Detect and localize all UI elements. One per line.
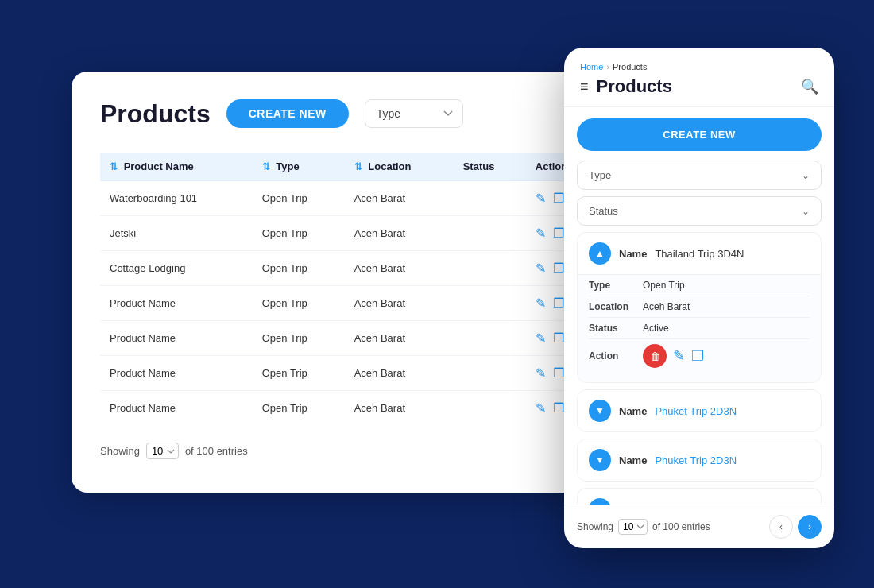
- product-expanded-details: Type Open Trip Location Aceh Barat Statu…: [578, 274, 821, 382]
- breadcrumb-separator: ›: [606, 62, 609, 72]
- of-label: of 100 entries: [185, 445, 248, 457]
- type-label: Type: [589, 280, 643, 291]
- table-edit-button[interactable]: ✎: [536, 296, 546, 311]
- cell-type: Open Trip: [253, 216, 345, 251]
- table-copy-button[interactable]: ❐: [553, 400, 564, 416]
- expand-toggle-down[interactable]: ▼: [589, 449, 611, 471]
- edit-button[interactable]: ✎: [673, 347, 685, 365]
- cell-status: [454, 216, 526, 251]
- delete-button[interactable]: 🗑: [643, 344, 667, 368]
- showing-label: Showing: [100, 445, 140, 457]
- collapsed-name-value: Phuket Trip 2D3N: [655, 405, 737, 417]
- cell-location: Aceh Barat: [345, 251, 454, 286]
- action-buttons: 🗑 ✎ ❐: [643, 344, 704, 368]
- table-copy-button[interactable]: ❐: [553, 226, 564, 241]
- front-pagination: Showing 10 25 50 of 100 entries ‹ ›: [564, 505, 834, 548]
- collapsed-row-header[interactable]: ▼ Name Phuket Trip 2D3N: [578, 390, 821, 431]
- type-filter-label: Type: [589, 169, 611, 181]
- detail-location-row: Location Aceh Barat: [589, 296, 810, 318]
- front-entries-select[interactable]: 10 25 50: [618, 519, 648, 535]
- back-card-header: Products CREATE NEW Type Open Trip Close…: [100, 97, 599, 130]
- table-edit-button[interactable]: ✎: [536, 366, 546, 381]
- cell-location: Aceh Barat: [345, 321, 454, 356]
- expand-toggle-down[interactable]: ▼: [589, 498, 611, 505]
- cell-location: Aceh Barat: [345, 391, 454, 426]
- table-copy-button[interactable]: ❐: [553, 296, 564, 311]
- detail-status-row: Status Active: [589, 318, 810, 339]
- table-edit-button[interactable]: ✎: [536, 261, 546, 276]
- table-edit-button[interactable]: ✎: [536, 226, 546, 241]
- expand-toggle-up[interactable]: ▲: [589, 242, 611, 265]
- cell-type: Open Trip: [253, 251, 345, 286]
- sort-icon-name: ⇅: [110, 161, 118, 172]
- collapsed-name-value: Phuket Trip 2D3N: [655, 455, 737, 466]
- table-copy-button[interactable]: ❐: [553, 366, 564, 381]
- col-type: ⇅ Type: [253, 153, 345, 181]
- cell-product-name: Product Name: [100, 286, 253, 321]
- cell-type: Open Trip: [253, 181, 345, 216]
- next-page-button[interactable]: ›: [798, 515, 822, 539]
- location-value: Aceh Barat: [643, 301, 690, 312]
- back-card: Products CREATE NEW Type Open Trip Close…: [72, 72, 628, 493]
- entries-select[interactable]: 10 25 50: [146, 443, 179, 459]
- front-search-icon[interactable]: 🔍: [801, 78, 818, 95]
- collapsed-name-label: Name: [619, 455, 647, 466]
- table-row: Jetski Open Trip Aceh Barat ✎ ❐: [100, 216, 599, 251]
- front-create-button[interactable]: CREATE NEW: [577, 118, 822, 151]
- back-create-button[interactable]: CREATE NEW: [226, 99, 349, 128]
- products-table: ⇅ Product Name ⇅ Type ⇅ Location Status …: [100, 153, 599, 425]
- cell-status: [454, 356, 526, 391]
- table-edit-button[interactable]: ✎: [536, 191, 546, 206]
- type-filter-select[interactable]: Type Open Trip Closed Trip: [365, 99, 463, 128]
- cell-status: [454, 286, 526, 321]
- collapsed-name-label: Name: [619, 405, 647, 417]
- status-filter-label: Status: [589, 205, 618, 217]
- expand-toggle-down[interactable]: ▼: [589, 400, 611, 422]
- status-filter-dropdown[interactable]: Status ⌄: [577, 196, 822, 226]
- breadcrumb: Home › Products: [580, 62, 818, 72]
- breadcrumb-current: Products: [613, 62, 647, 72]
- cell-product-name: Product Name: [100, 321, 253, 356]
- sort-icon-location: ⇅: [354, 161, 362, 172]
- col-product-name: ⇅ Product Name: [100, 153, 253, 181]
- table-row: Product Name Open Trip Aceh Barat ✎ ❐: [100, 356, 599, 391]
- action-label: Action: [589, 350, 643, 362]
- cell-status: [454, 391, 526, 426]
- product-row-collapsed: ▼ Name Phuket Trip 2D3N: [577, 488, 822, 505]
- cell-location: Aceh Barat: [345, 181, 454, 216]
- collapsed-row-header[interactable]: ▼ Name Phuket Trip 2D3N: [578, 489, 821, 505]
- expanded-name-value: Thailand Trip 3D4N: [655, 248, 744, 260]
- product-row-expanded-header[interactable]: ▲ Name Thailand Trip 3D4N: [578, 233, 821, 274]
- type-filter-chevron: ⌄: [802, 170, 810, 181]
- front-header: Home › Products ≡ Products 🔍: [564, 48, 834, 107]
- front-title: Products: [597, 76, 672, 97]
- copy-button[interactable]: ❐: [691, 347, 704, 365]
- table-row: Waterboarding 101 Open Trip Aceh Barat ✎…: [100, 181, 599, 216]
- table-copy-button[interactable]: ❐: [553, 191, 564, 206]
- cell-type: Open Trip: [253, 286, 345, 321]
- front-title-row: ≡ Products 🔍: [580, 76, 818, 97]
- sort-icon-type: ⇅: [262, 161, 270, 172]
- cell-location: Aceh Barat: [345, 216, 454, 251]
- breadcrumb-home[interactable]: Home: [580, 62, 603, 72]
- front-title-left: ≡ Products: [580, 76, 672, 97]
- table-edit-button[interactable]: ✎: [536, 400, 546, 416]
- cell-location: Aceh Barat: [345, 356, 454, 391]
- front-body: CREATE NEW Type ⌄ Status ⌄ ▲ Name Thaila…: [564, 107, 834, 505]
- table-row: Product Name Open Trip Aceh Barat ✎ ❐: [100, 391, 599, 426]
- collapsed-row-header[interactable]: ▼ Name Phuket Trip 2D3N: [578, 439, 821, 481]
- table-row: Product Name Open Trip Aceh Barat ✎ ❐: [100, 286, 599, 321]
- hamburger-icon[interactable]: ≡: [580, 79, 589, 95]
- front-card: Home › Products ≡ Products 🔍 CREATE NEW …: [564, 48, 834, 548]
- cell-type: Open Trip: [253, 321, 345, 356]
- type-value: Open Trip: [643, 280, 685, 291]
- table-edit-button[interactable]: ✎: [536, 331, 546, 346]
- cell-status: [454, 321, 526, 356]
- cell-product-name: Product Name: [100, 356, 253, 391]
- prev-page-button[interactable]: ‹: [769, 515, 793, 539]
- cell-type: Open Trip: [253, 356, 345, 391]
- table-copy-button[interactable]: ❐: [553, 331, 564, 346]
- table-copy-button[interactable]: ❐: [553, 261, 564, 276]
- table-row: Cottage Lodging Open Trip Aceh Barat ✎ ❐: [100, 251, 599, 286]
- type-filter-dropdown[interactable]: Type ⌄: [577, 161, 822, 190]
